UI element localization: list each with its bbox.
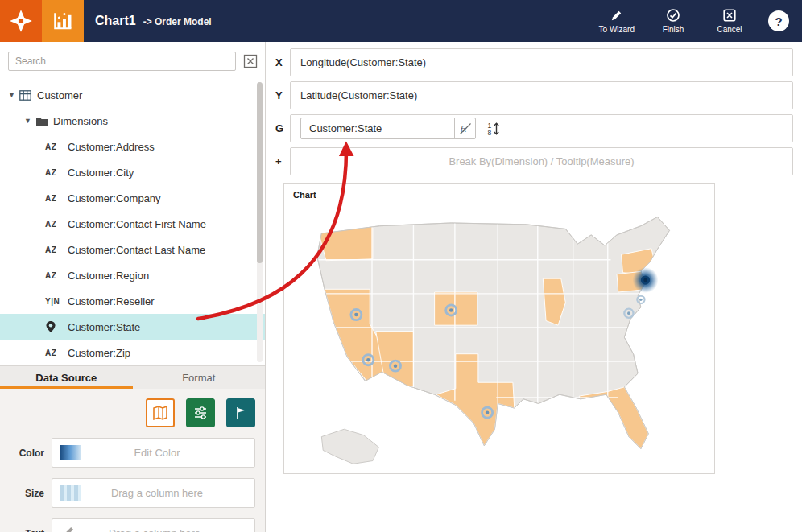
text-label: Text bbox=[0, 528, 52, 532]
tree-item-customer-region[interactable]: AZ Customer:Region bbox=[0, 262, 265, 288]
page-title: Chart1 -> Order Model bbox=[95, 14, 212, 28]
formula-button[interactable]: fx bbox=[454, 118, 475, 138]
style-section: Color Edit Color Size Drag a column here… bbox=[0, 389, 265, 532]
x-field-box[interactable]: Longitude(Customer:State) bbox=[290, 48, 793, 76]
caret-down-icon[interactable]: ▼ bbox=[8, 91, 19, 99]
clear-search-button[interactable] bbox=[242, 53, 258, 69]
x-field-row: X Longitude(Customer:State) bbox=[275, 48, 793, 76]
finish-button[interactable]: Finish bbox=[655, 8, 691, 34]
y-field-row: Y Latitude(Customer:State) bbox=[275, 81, 793, 109]
chart-preview[interactable]: Chart bbox=[283, 183, 715, 474]
add-field-label: + bbox=[275, 155, 290, 167]
map-layer-button[interactable] bbox=[146, 398, 175, 427]
map-style-buttons bbox=[0, 398, 265, 427]
text-type-icon: AZ bbox=[45, 271, 68, 280]
app-logo-icon bbox=[5, 5, 37, 37]
table-icon bbox=[19, 90, 37, 101]
tree-node-customer[interactable]: ▼ Customer bbox=[0, 82, 265, 108]
tree-item-customer-reseller[interactable]: Y|N Customer:Reseller bbox=[0, 288, 265, 314]
g-field-chip[interactable]: Customer:State fx bbox=[300, 118, 476, 139]
y-field-box[interactable]: Latitude(Customer:State) bbox=[290, 81, 793, 109]
size-row: Size Drag a column here bbox=[0, 478, 255, 508]
pencil-grey-icon bbox=[61, 525, 76, 532]
topbar-actions: To Wizard Finish Cancel ? bbox=[599, 8, 802, 34]
close-square-icon bbox=[722, 8, 737, 23]
tab-format[interactable]: Format bbox=[133, 366, 266, 389]
tree-scrollbar-thumb[interactable] bbox=[257, 82, 263, 263]
g-field-label: G bbox=[275, 122, 290, 134]
tree-item-customer-contact-first-name[interactable]: AZ Customer:Contact First Name bbox=[0, 211, 265, 237]
sliders-button[interactable] bbox=[186, 398, 215, 427]
boolean-type-icon: Y|N bbox=[45, 297, 68, 306]
tree-item-customer-contact-last-name[interactable]: AZ Customer:Contact Last Name bbox=[0, 237, 265, 262]
app-logo[interactable] bbox=[0, 0, 42, 42]
text-row: Text Drag a column here bbox=[0, 518, 255, 532]
color-row: Color Edit Color bbox=[0, 438, 255, 468]
tree-item-customer-state[interactable]: Customer:State bbox=[0, 314, 265, 340]
check-circle-icon bbox=[666, 8, 680, 23]
question-mark-icon: ? bbox=[775, 14, 782, 28]
g-field-row: G Customer:State fx 1 8 bbox=[275, 114, 793, 142]
x-field-value: Longitude(Customer:State) bbox=[300, 56, 426, 68]
us-map-chart[interactable] bbox=[291, 211, 709, 467]
text-type-icon: AZ bbox=[45, 220, 68, 229]
tree-item-customer-zip[interactable]: AZ Customer:Zip bbox=[0, 340, 265, 365]
text-drop-zone[interactable]: Drag a column here bbox=[52, 518, 255, 532]
tree-node-dimensions[interactable]: ▼ Dimensions bbox=[0, 108, 265, 134]
g-field-box[interactable]: Customer:State fx 1 8 bbox=[290, 114, 793, 142]
search-input[interactable] bbox=[8, 52, 236, 71]
chart-tab[interactable] bbox=[42, 0, 84, 42]
chart-preview-title: Chart bbox=[293, 190, 316, 200]
left-panel: ▼ Customer ▼ Dimensions AZ Customer:Addr… bbox=[0, 42, 266, 532]
pencil-icon bbox=[610, 9, 623, 23]
y-field-value: Latitude(Customer:State) bbox=[300, 89, 417, 101]
location-pin-icon bbox=[45, 320, 68, 333]
text-type-icon: AZ bbox=[45, 348, 68, 357]
primary-map-marker bbox=[633, 267, 659, 293]
folder-icon bbox=[35, 116, 53, 126]
sort-order-button[interactable]: 1 8 bbox=[486, 121, 502, 137]
svg-text:8: 8 bbox=[488, 129, 492, 137]
edit-color-button[interactable]: Edit Color bbox=[52, 438, 255, 468]
flag-icon bbox=[233, 405, 249, 421]
to-wizard-button[interactable]: To Wizard bbox=[599, 9, 635, 34]
color-label: Color bbox=[0, 447, 52, 459]
tree-item-customer-address[interactable]: AZ Customer:Address bbox=[0, 134, 265, 159]
chart-name: Chart1 bbox=[95, 14, 136, 28]
sliders-icon bbox=[192, 405, 209, 421]
tree-item-customer-city[interactable]: AZ Customer:City bbox=[0, 159, 265, 185]
break-by-drop-zone[interactable]: Break By(Dimension) / Tooltip(Measure) bbox=[290, 147, 793, 175]
help-button[interactable]: ? bbox=[768, 10, 789, 31]
break-by-placeholder: Break By(Dimension) / Tooltip(Measure) bbox=[449, 155, 634, 167]
text-type-icon: AZ bbox=[45, 142, 68, 151]
numeric-sort-icon: 1 8 bbox=[486, 121, 502, 137]
search-row bbox=[0, 42, 265, 74]
text-type-icon: AZ bbox=[45, 194, 68, 203]
model-name: -> Order Model bbox=[143, 16, 212, 27]
chart-editor-panel: X Longitude(Customer:State) Y Latitude(C… bbox=[266, 42, 802, 532]
caret-down-icon[interactable]: ▼ bbox=[24, 117, 35, 125]
size-label: Size bbox=[0, 488, 52, 499]
fx-icon: fx bbox=[459, 122, 472, 135]
cancel-button[interactable]: Cancel bbox=[712, 8, 747, 34]
y-field-label: Y bbox=[275, 89, 290, 101]
sidebar-tabs: Data Source Format bbox=[0, 365, 265, 389]
tab-data-source[interactable]: Data Source bbox=[0, 366, 133, 389]
size-drop-zone[interactable]: Drag a column here bbox=[52, 478, 255, 508]
break-by-field-row: + Break By(Dimension) / Tooltip(Measure) bbox=[275, 147, 793, 175]
field-tree: ▼ Customer ▼ Dimensions AZ Customer:Addr… bbox=[0, 82, 265, 365]
tree-item-customer-company[interactable]: AZ Customer:Company bbox=[0, 185, 265, 211]
close-box-icon bbox=[243, 54, 258, 68]
color-swatch bbox=[60, 445, 81, 460]
g-field-value: Customer:State bbox=[301, 122, 454, 134]
text-type-icon: AZ bbox=[45, 168, 68, 177]
chart-icon bbox=[49, 7, 76, 35]
map-icon bbox=[152, 405, 168, 421]
size-swatch bbox=[60, 485, 81, 501]
flag-button[interactable] bbox=[226, 398, 255, 427]
x-field-label: X bbox=[275, 56, 290, 68]
text-type-icon: AZ bbox=[45, 245, 68, 254]
alaska-landmass bbox=[321, 429, 378, 464]
top-bar: Chart1 -> Order Model To Wizard Finish C… bbox=[0, 0, 802, 42]
